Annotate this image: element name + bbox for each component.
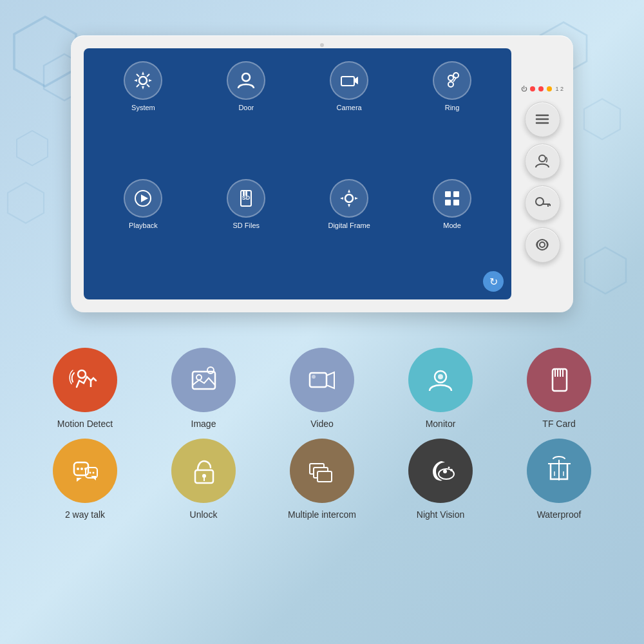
feature-unlock: Unlock [155,439,252,520]
monitor-icon [408,348,473,412]
video-label: Video [310,419,334,429]
unlock-icon [171,439,236,503]
svg-rect-44 [310,373,327,387]
feature-multiple-intercom: Multiple intercom [274,439,370,520]
features-row-2: 2 way talk Unlock Multipl [26,439,618,520]
side-buttons-panel: ⏻ 1 2 [521,86,564,263]
screen-item-playback[interactable]: Playback [97,179,190,287]
digitalframe-label: Digital Frame [328,222,370,229]
svg-rect-23 [445,191,451,197]
feature-tfcard: TF Card [511,348,607,429]
svg-point-68 [443,469,447,473]
image-label: Image [191,419,216,429]
svg-point-7 [139,77,147,84]
sdfiles-label: SD Files [233,222,260,229]
system-circle [124,61,162,100]
svg-point-37 [78,370,86,378]
talk-label: 2 way talk [65,509,105,520]
svg-point-8 [242,73,250,81]
nightvision-icon [408,439,473,503]
motion-detect-label: Motion Detect [57,419,113,429]
svg-point-46 [312,375,316,379]
door-circle [227,61,265,100]
svg-point-56 [80,468,83,470]
svg-point-69 [450,469,453,471]
svg-marker-2 [17,131,48,166]
feature-image: Image [155,348,252,429]
svg-point-59 [89,471,91,473]
screen-item-digitalframe[interactable]: Digital Frame [303,179,396,287]
intercom-label: Multiple intercom [288,509,356,520]
talk-icon [53,439,117,503]
tfcard-icon [527,348,591,412]
feature-night-vision: Night Vision [392,439,489,520]
svg-rect-66 [317,471,332,482]
svg-point-40 [196,375,202,380]
menu-button[interactable] [525,102,560,137]
svg-marker-6 [8,183,44,223]
mode-circle [433,179,471,218]
feature-motion-detect: Motion Detect [37,348,133,429]
video-icon [290,348,354,412]
key-button[interactable] [525,185,560,221]
nightvision-label: Night Vision [417,509,464,520]
playback-circle [124,179,162,218]
intercom-icon [290,439,354,503]
waterproof-icon [527,439,591,503]
svg-point-36 [540,242,545,247]
monitor-button[interactable] [525,227,560,263]
camera-label: Camera [337,104,362,111]
svg-rect-21 [245,191,247,196]
camera-circle [330,61,368,100]
monitor-label: Monitor [426,419,456,429]
indicator-2 [538,86,544,91]
ring-circle [433,61,471,100]
indicator-labels: 1 2 [555,86,564,92]
screen-item-door[interactable]: Door [200,61,293,169]
tfcard-label: TF Card [542,419,575,429]
door-label: Door [238,104,254,111]
unlock-label: Unlock [190,509,218,520]
screen-item-sdfiles[interactable]: SD SD Files [200,179,293,287]
screen-item-camera[interactable]: Camera [303,61,396,169]
svg-point-62 [202,474,206,478]
system-label: System [131,104,155,111]
feature-monitor: Monitor [392,348,489,429]
camera-dot [320,43,324,47]
svg-marker-17 [141,194,148,202]
intercom-button[interactable] [525,144,560,179]
device: System Door [71,35,573,312]
refresh-button[interactable]: ↻ [483,271,504,292]
mode-label: Mode [443,222,461,229]
screen-icon-grid: System Door [97,61,498,287]
svg-point-41 [207,367,214,374]
svg-point-60 [92,471,94,473]
svg-rect-26 [453,200,459,205]
screen-item-ring[interactable]: Ring [406,61,499,169]
power-label: ⏻ [521,86,527,92]
indicator-row: ⏻ 1 2 [521,86,564,95]
svg-point-12 [448,75,453,80]
svg-point-31 [536,198,544,205]
feature-video: Video [274,348,370,429]
screen-item-mode[interactable]: Mode [406,179,499,287]
svg-point-35 [537,240,547,250]
image-icon [171,348,236,412]
svg-point-48 [438,374,443,379]
svg-point-30 [539,155,545,162]
svg-marker-45 [327,372,334,388]
svg-point-70 [448,466,450,468]
device-section: System Door [0,0,644,335]
feature-2waytalk: 2 way talk [37,439,133,520]
svg-point-55 [77,468,79,470]
svg-rect-39 [193,372,215,389]
indicator-1 [530,86,535,91]
feature-waterproof: Waterproof [511,439,607,520]
svg-point-13 [448,82,453,87]
digitalframe-circle [330,179,368,218]
ring-label: Ring [445,104,460,111]
sdfiles-circle: SD [227,179,265,218]
svg-point-22 [345,194,353,202]
screen-item-system[interactable]: System [97,61,190,169]
svg-rect-25 [445,200,451,205]
